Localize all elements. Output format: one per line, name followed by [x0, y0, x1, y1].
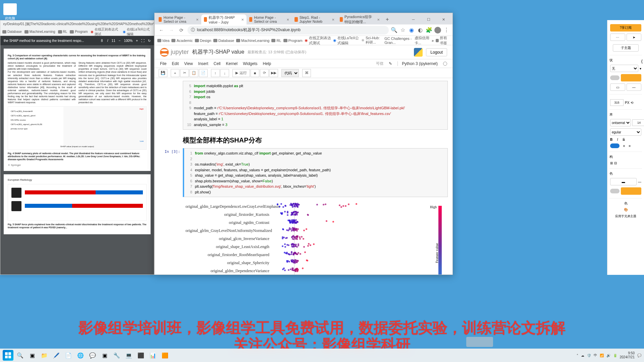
menu-view[interactable]: View	[184, 61, 193, 66]
rotate-icon[interactable]: ↻	[148, 39, 151, 43]
extensions-icon[interactable]: 🧩	[426, 27, 432, 34]
menu-widgets[interactable]: Widgets	[243, 61, 257, 66]
file-explorer-icon[interactable]: 📁	[39, 350, 50, 361]
bookmark-item[interactable]: ◉在线LaTeX公式编辑	[333, 36, 359, 46]
bookmark-overflow[interactable]: »	[432, 39, 434, 43]
profile-icon[interactable]	[434, 27, 441, 34]
code-cell-selected[interactable]: In [3]: 1from onekey_algo.custom.viz.sha…	[159, 148, 448, 197]
bookmark-item[interactable]: 虚拟信用卡...	[415, 36, 430, 46]
task-view-button[interactable]: ▣	[27, 350, 38, 361]
menu-kernel[interactable]: Kernel	[226, 61, 238, 66]
child-topic-button[interactable]: 子主题	[613, 44, 639, 52]
edit-icon[interactable]: ✎	[389, 61, 392, 66]
bookmark-item[interactable]: ⚛Sci-Hub: 科研...	[361, 36, 382, 45]
bookmark-item[interactable]: Program	[70, 29, 88, 34]
cell-input[interactable]: 1from onekey_algo.custom.viz.shap_clf im…	[183, 148, 448, 197]
notifications-icon[interactable]: 💬	[637, 354, 641, 357]
desktop-icon-this-pc[interactable]: 此电脑	[3, 3, 17, 21]
bookmark-item[interactable]: Design	[195, 39, 211, 43]
apply-siblings-button[interactable]: 应用于兄弟主题	[609, 214, 642, 219]
copy-button[interactable]: 📋	[190, 69, 198, 77]
bookmark-item[interactable]: ◉在线LaTeX公式编辑	[123, 29, 152, 34]
weight-select[interactable]: egular	[610, 128, 641, 136]
subscribe-button[interactable]: ?享订阅	[610, 24, 641, 32]
bookmark-item[interactable]: Academic	[171, 39, 193, 43]
terminal-icon[interactable]: ⬛	[136, 350, 146, 361]
jupyter-logo[interactable]: jupyter	[160, 48, 189, 57]
tray-icon[interactable]: ☁	[581, 354, 584, 357]
search-button[interactable]: 🔍	[15, 350, 25, 361]
menu-help[interactable]: Help	[263, 61, 271, 66]
forward-button[interactable]: →	[167, 26, 175, 34]
close-window-button[interactable]: ✕	[436, 14, 451, 24]
tray-chevron-icon[interactable]: ˄	[577, 354, 578, 357]
color-icon[interactable]: 🎨	[624, 208, 628, 212]
stop-button[interactable]: ■	[251, 69, 259, 77]
zoom-in[interactable]: +	[136, 39, 138, 43]
input-method-icon[interactable]: 中	[594, 353, 597, 358]
toggle[interactable]	[610, 143, 620, 148]
extension-icon[interactable]: ◉	[408, 27, 415, 34]
chrome-icon[interactable]: 🌐	[75, 350, 86, 361]
fast-forward-button[interactable]: ▶▶	[269, 69, 278, 77]
bookmark-item[interactable]: RL	[58, 29, 67, 34]
pdf-current-page[interactable]: 8	[100, 39, 104, 43]
close-icon[interactable]: ×	[377, 17, 380, 22]
toggle[interactable]	[610, 189, 620, 193]
close-icon[interactable]: ×	[196, 17, 199, 22]
share-button[interactable]: ➤	[627, 34, 642, 41]
menu-cell[interactable]: Cell	[214, 61, 221, 66]
new-tab-button[interactable]: +	[382, 14, 392, 24]
app-icon[interactable]: 🔧	[111, 350, 122, 361]
bookmark-item[interactable]: Idea	[157, 39, 169, 43]
bookmark-item[interactable]: ◉在线正则表达式测试	[91, 29, 120, 34]
app-icon[interactable]: 📊	[148, 350, 158, 361]
volume-icon[interactable]: 🔊	[606, 354, 610, 357]
close-icon[interactable]: ×	[332, 17, 334, 22]
notebook-title[interactable]: 机器学习-SHAP value	[192, 49, 244, 56]
color-button[interactable]	[621, 74, 641, 81]
strike-button[interactable]: S	[623, 138, 625, 141]
clock[interactable]: 9:50 2024/7/21	[620, 351, 635, 359]
add-cell-button[interactable]: +	[171, 69, 179, 77]
save-button[interactable]: 💾	[159, 69, 167, 77]
restart-button[interactable]: ⟳	[260, 69, 269, 77]
font-size-input[interactable]	[632, 119, 644, 126]
app-icon[interactable]: 🖊️	[51, 350, 62, 361]
browser-tab-active[interactable]: 机器学习-SHAP value - Jupy×	[201, 14, 247, 24]
shape-select[interactable]: 无	[610, 65, 638, 72]
start-button[interactable]	[3, 350, 13, 361]
kernel-name[interactable]: Python 3 (ipykernel)	[397, 61, 438, 66]
app-icon[interactable]: 📄	[63, 350, 74, 361]
bookmark-item[interactable]: RL	[271, 39, 281, 43]
bookmark-item[interactable]: Database	[2, 29, 22, 34]
battery-icon[interactable]: 🔋	[613, 354, 617, 357]
bookmark-item[interactable]: Database	[213, 39, 234, 43]
align-left-icon[interactable]: ≡	[623, 144, 625, 148]
bookmark-item[interactable]: Program	[283, 39, 303, 43]
browser-tab[interactable]: Step1. Rad - Jupyter Noteb×	[292, 14, 337, 24]
minimize-button[interactable]: ─	[406, 14, 421, 24]
browser-tab[interactable]: Pyradiomics组学特征的物理...×	[337, 14, 382, 24]
maximize-button[interactable]: ☐	[421, 14, 436, 24]
bookmark-item[interactable]: MachineLearning	[24, 29, 55, 34]
cell-input[interactable]: 5import matplotlib.pyplot as plt 6import…	[183, 81, 448, 130]
font-select[interactable]: ontserrat	[610, 119, 631, 126]
command-palette-button[interactable]: ⌘	[302, 69, 311, 77]
browser-tab[interactable]: Home Page - Select or crea×	[156, 14, 201, 24]
all-bookmarks[interactable]: 所有书签	[436, 36, 450, 46]
share-button[interactable]: ⋯	[610, 34, 625, 41]
move-down-button[interactable]: ↓	[220, 69, 229, 77]
markdown-cell[interactable]: 模型全部样本的SHAP分布	[159, 132, 448, 148]
paste-button[interactable]: 📄	[199, 69, 208, 77]
reload-button[interactable]: ⟳	[177, 26, 185, 34]
site-info-icon[interactable]: ⓘ	[191, 27, 195, 33]
browser-tab[interactable]: Home Page - Select or crea×	[247, 14, 292, 24]
bold-button[interactable]: B	[610, 138, 612, 141]
zoom-out[interactable]: −	[119, 39, 121, 43]
menu-icon[interactable]: ⋮	[443, 27, 450, 34]
app-icon[interactable]: 💬	[87, 350, 98, 361]
back-button[interactable]: ←	[157, 26, 165, 34]
extension-icon[interactable]: ◐	[417, 27, 424, 34]
align-center-icon[interactable]: ≡	[629, 144, 631, 148]
